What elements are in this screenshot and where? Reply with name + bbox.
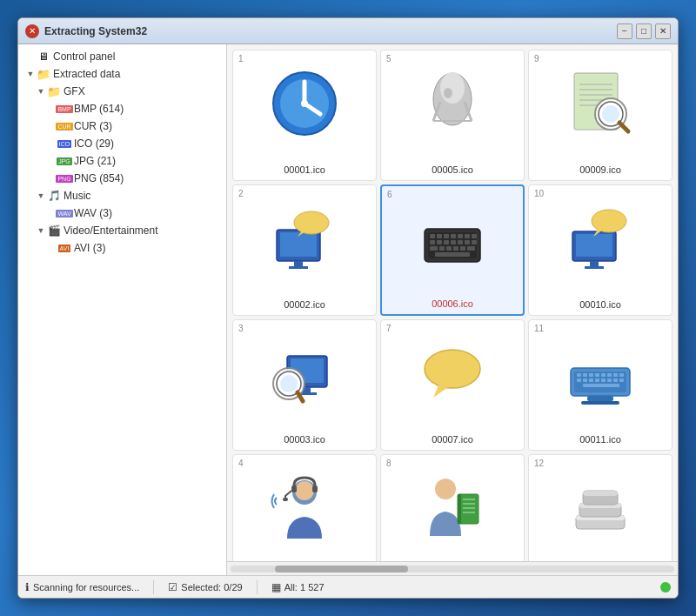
cell-number-11: 11 — [534, 324, 544, 333]
cell-number-3: 3 — [238, 324, 244, 333]
cell-number-8: 8 — [386, 459, 392, 468]
cell-number-2: 2 — [238, 189, 244, 198]
svg-rect-50 — [590, 261, 599, 266]
horizontal-scrollbar[interactable] — [227, 561, 678, 575]
icon-cell-1[interactable]: 1 00001.ico — [232, 50, 377, 181]
svg-rect-73 — [619, 373, 624, 377]
app-icon: ✕ — [25, 24, 39, 38]
icon-cell-4[interactable]: 4 — [232, 454, 377, 561]
expand-arrow-png — [46, 173, 57, 184]
icon-cell-8[interactable]: 8 — [380, 454, 525, 561]
sidebar-item-extracted-data[interactable]: ▼ 📁 Extracted data — [18, 65, 226, 83]
cell-number-10: 10 — [534, 189, 544, 198]
sidebar-item-control-panel[interactable]: 🖥 Control panel — [18, 48, 226, 65]
sidebar-label-extracted: Extracted data — [53, 68, 120, 80]
svg-rect-72 — [613, 373, 618, 377]
content-area: 🖥 Control panel ▼ 📁 Extracted data ▼ 📁 G… — [18, 44, 678, 575]
icon-cell-3[interactable]: 3 — [232, 319, 377, 451]
svg-rect-79 — [607, 378, 612, 382]
sidebar-item-gfx[interactable]: ▼ 📁 GFX — [18, 83, 226, 100]
grid-icon: ▦ — [271, 581, 281, 593]
sidebar-item-video[interactable]: ▼ 🎬 Video/Entertainment — [18, 222, 226, 239]
minimize-button[interactable]: − — [617, 23, 632, 39]
icon-grid: 1 00001.ico 5 — [227, 44, 678, 561]
sidebar-label-music: Music — [64, 190, 90, 202]
close-button[interactable]: ✕ — [655, 23, 671, 39]
sidebar-item-jpg[interactable]: JPG JPG (21) — [18, 152, 226, 170]
svg-rect-71 — [607, 373, 612, 377]
folder-icon-extracted: 📁 — [37, 67, 50, 81]
svg-rect-51 — [585, 266, 604, 269]
maximize-button[interactable]: □ — [636, 23, 652, 39]
sidebar-item-ico[interactable]: ICO ICO (29) — [18, 135, 226, 152]
status-divider-2 — [257, 580, 258, 594]
cell-icon-1 — [265, 64, 344, 143]
jpg-icon: JPG — [57, 154, 71, 168]
svg-rect-36 — [444, 240, 449, 244]
sidebar-item-png[interactable]: PNG PNG (854) — [18, 170, 226, 187]
main-window: ✕ Extracting System32 − □ ✕ 🖥 Control pa… — [17, 17, 679, 599]
main-area: 1 00001.ico 5 — [227, 44, 678, 575]
svg-point-23 — [294, 211, 329, 234]
cell-number-4: 4 — [238, 459, 244, 468]
svg-rect-88 — [312, 485, 318, 492]
svg-rect-102 — [583, 491, 618, 496]
svg-line-18 — [619, 123, 628, 131]
sidebar-item-wav[interactable]: WAV WAV (3) — [18, 204, 226, 222]
svg-rect-44 — [453, 246, 458, 251]
svg-point-90 — [435, 479, 456, 499]
folder-icon-gfx: 📁 — [47, 84, 61, 98]
svg-point-86 — [295, 481, 314, 500]
sidebar-item-cur[interactable]: CUR CUR (3) — [18, 117, 226, 135]
icon-cell-11[interactable]: 11 — [528, 319, 673, 451]
png-icon: PNG — [57, 171, 71, 185]
svg-point-52 — [592, 210, 626, 232]
cell-icon-6 — [413, 200, 492, 278]
cell-number-6: 6 — [387, 190, 392, 199]
window-controls: − □ ✕ — [617, 23, 671, 39]
cell-label-5: 00005.ico — [432, 164, 473, 175]
scroll-thumb[interactable] — [275, 566, 408, 572]
svg-rect-35 — [437, 240, 442, 244]
svg-rect-83 — [587, 396, 613, 401]
sidebar-item-music[interactable]: ▼ 🎵 Music — [18, 187, 226, 204]
svg-rect-28 — [437, 234, 442, 238]
icon-cell-9[interactable]: 9 — [528, 50, 673, 181]
scroll-track[interactable] — [231, 566, 674, 572]
svg-rect-89 — [283, 498, 288, 501]
video-folder-icon: 🎬 — [47, 224, 61, 238]
sidebar-item-avi[interactable]: AVI AVI (3) — [18, 239, 226, 257]
svg-rect-32 — [465, 234, 470, 238]
icon-cell-7[interactable]: 7 00007.ico — [380, 319, 525, 451]
svg-rect-81 — [619, 378, 624, 382]
svg-rect-21 — [294, 261, 303, 266]
svg-rect-49 — [576, 234, 612, 257]
svg-rect-76 — [589, 378, 593, 382]
cell-icon-11 — [561, 334, 639, 412]
svg-rect-37 — [451, 240, 456, 244]
expand-arrow-jpg — [46, 156, 57, 166]
svg-rect-43 — [446, 246, 452, 251]
svg-rect-78 — [601, 378, 606, 382]
sidebar-label-bmp: BMP (614) — [74, 103, 124, 115]
svg-point-62 — [425, 350, 480, 388]
sidebar-item-bmp[interactable]: BMP BMP (614) — [18, 100, 226, 117]
cell-number-1: 1 — [238, 54, 244, 64]
icon-cell-10[interactable]: 10 00010.ico — [528, 184, 673, 316]
icon-cell-6[interactable]: 6 — [380, 184, 525, 316]
cur-icon: CUR — [57, 119, 71, 133]
svg-point-2 — [301, 100, 308, 107]
sidebar-label-ico: ICO (29) — [74, 137, 114, 150]
icon-cell-5[interactable]: 5 00005.ico — [380, 50, 525, 181]
cell-icon-7 — [413, 334, 492, 412]
icon-cell-2[interactable]: 2 00002.ico — [232, 184, 377, 316]
cell-label-11: 00011.ico — [579, 434, 621, 445]
sidebar-label-video: Video/Entertainment — [64, 224, 158, 237]
sidebar-label-jpg: JPG (21) — [74, 155, 116, 167]
icon-cell-12[interactable]: 12 00012.ico — [528, 454, 673, 561]
svg-rect-42 — [439, 246, 445, 251]
svg-rect-39 — [465, 240, 470, 244]
svg-rect-87 — [291, 485, 297, 492]
svg-rect-22 — [289, 266, 308, 269]
svg-rect-33 — [472, 234, 477, 238]
